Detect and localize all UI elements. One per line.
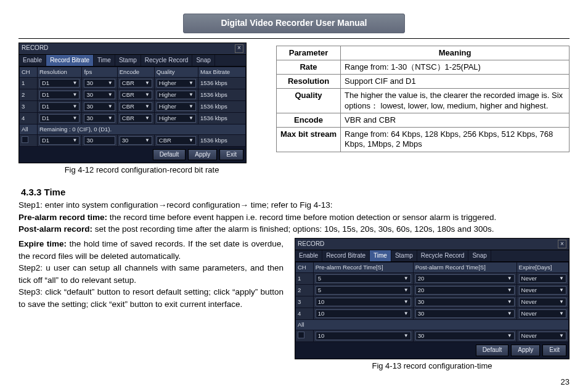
col-encode: Encode (117, 67, 154, 78)
panel-tabs: Enable Record Bitrate Time Stamp Recycle… (295, 250, 569, 263)
tab-stamp[interactable]: Stamp (115, 55, 141, 67)
exit-button[interactable]: Exit (542, 345, 566, 356)
encode-select[interactable]: CBR▼ (120, 114, 152, 123)
header-rule (18, 38, 570, 39)
chevron-down-icon: ▼ (73, 115, 78, 121)
fps-select[interactable]: 30▼ (84, 91, 115, 99)
tab-recycle[interactable]: Recycle Record (417, 250, 469, 262)
tab-record-bitrate[interactable]: Record Bitrate (322, 250, 370, 262)
chevron-down-icon: ▼ (145, 92, 150, 98)
resolution-select[interactable]: D1▼ (39, 114, 80, 123)
all-checkbox[interactable] (298, 332, 304, 338)
expire-select[interactable]: Never▼ (519, 274, 566, 283)
chevron-down-icon: ▼ (507, 287, 512, 293)
encode-select[interactable]: CBR▼ (120, 79, 152, 88)
chevron-down-icon: ▼ (404, 299, 409, 305)
postalarm-select[interactable]: 30▼ (415, 298, 515, 306)
prealarm-select[interactable]: 5▼ (316, 274, 411, 283)
chevron-down-icon: ▼ (559, 287, 564, 293)
fps-select[interactable]: 30▼ (84, 114, 115, 123)
resolution-select[interactable]: D1▼ (39, 79, 80, 88)
chevron-down-icon: ▼ (73, 137, 78, 144)
table-row: 2 5▼ 20▼ Never▼ (296, 285, 569, 296)
postalarm-select[interactable]: 30▼ (415, 309, 515, 318)
chevron-down-icon: ▼ (507, 276, 512, 282)
chevron-down-icon: ▼ (559, 299, 564, 305)
parameter-table: Parameter Meaning RateRange from: 1-30（N… (276, 46, 570, 152)
tab-time[interactable]: Time (94, 55, 115, 67)
apply-button[interactable]: Apply (188, 149, 217, 161)
fps-select[interactable]: 30 (84, 136, 115, 145)
tab-time[interactable]: Time (370, 250, 391, 262)
table-row: 2 D1▼ 30▼ CBR▼ Higher▼ 1536 kbps (20, 89, 246, 100)
encode-select[interactable]: CBR▼ (120, 102, 152, 111)
quality-select[interactable]: Higher▼ (157, 102, 196, 111)
chevron-down-icon: ▼ (108, 92, 113, 98)
fig-4-12-panel: RECORD × Enable Record Bitrate Time Stam… (18, 43, 247, 164)
quality-select[interactable]: Higher▼ (157, 114, 196, 123)
expire-select[interactable]: Never▼ (519, 286, 566, 295)
all-row: D1▼ 30 30▼ CBR▼ 1536 kbps (20, 134, 246, 146)
prealarm-select[interactable]: 5▼ (316, 286, 411, 295)
apply-button[interactable]: Apply (511, 345, 540, 356)
quality-select[interactable]: Higher▼ (157, 79, 196, 88)
close-icon[interactable]: × (558, 240, 566, 248)
encode-select[interactable]: CBR▼ (120, 91, 152, 99)
table-row: 1 5▼ 20▼ Never▼ (296, 273, 569, 285)
chevron-down-icon: ▼ (145, 137, 150, 144)
chevron-down-icon: ▼ (108, 104, 113, 110)
tab-recycle[interactable]: Recycle Record (141, 55, 193, 67)
lower-paragraphs: Expire time: the hold time of saved reco… (18, 238, 284, 371)
tab-snap[interactable]: Snap (192, 55, 214, 67)
default-button[interactable]: Default (153, 149, 186, 161)
encode-select[interactable]: CBR▼ (157, 136, 196, 145)
default-button[interactable]: Default (476, 345, 509, 356)
chevron-down-icon: ▼ (559, 311, 564, 317)
chevron-down-icon: ▼ (507, 311, 512, 317)
prealarm-select[interactable]: 10▼ (316, 332, 411, 340)
all-header-row: All Remaining : 0 (CIF), 0 (D1). (20, 124, 246, 134)
fps-select[interactable]: 30▼ (84, 79, 115, 88)
chevron-down-icon: ▼ (108, 80, 113, 86)
chevron-down-icon: ▼ (559, 333, 564, 339)
col-res: Resolution (37, 67, 82, 78)
resolution-select[interactable]: D1▼ (39, 91, 80, 99)
chevron-down-icon: ▼ (145, 104, 150, 110)
panel-title: RECORD (298, 240, 324, 248)
fps-select[interactable]: 30▼ (84, 102, 115, 111)
prealarm-select[interactable]: 10▼ (316, 309, 411, 318)
param-head-parameter: Parameter (277, 46, 341, 60)
quality-select[interactable]: Higher▼ (157, 91, 196, 99)
all-row: 10▼ 30▼ Never▼ (296, 330, 569, 342)
tab-enable[interactable]: Enable (19, 55, 46, 67)
tab-snap[interactable]: Snap (468, 250, 491, 262)
resolution-select[interactable]: D1▼ (39, 136, 80, 145)
fig-4-13-panel: RECORD × Enable Record Bitrate Time Stam… (295, 238, 570, 359)
chevron-down-icon: ▼ (73, 104, 78, 110)
close-icon[interactable]: × (235, 44, 243, 53)
param-head-meaning: Meaning (341, 46, 570, 60)
fig-4-12-caption: Fig 4-12 record configuration-record bit… (18, 165, 265, 175)
postalarm-select[interactable]: 30▼ (415, 332, 515, 340)
postalarm-select[interactable]: 20▼ (415, 274, 515, 283)
step1-text: Step1: enter into system configuration→r… (18, 199, 570, 211)
expire-select[interactable]: Never▼ (519, 298, 566, 306)
page-number: 23 (561, 377, 570, 387)
chevron-down-icon: ▼ (189, 104, 194, 110)
expire-select[interactable]: Never▼ (519, 332, 566, 340)
fig-4-13-caption: Fig 4-13 record configuration-time (295, 361, 570, 371)
exit-button[interactable]: Exit (219, 149, 243, 161)
tab-stamp[interactable]: Stamp (391, 250, 417, 262)
resolution-select[interactable]: D1▼ (39, 102, 80, 111)
prealarm-select[interactable]: 10▼ (316, 298, 411, 306)
col-fps: fps (82, 67, 117, 78)
all-checkbox[interactable] (22, 136, 28, 143)
prealarm-text: Pre-alarm record time: the record time b… (18, 211, 570, 224)
expire-select[interactable]: Never▼ (519, 309, 566, 318)
tab-enable[interactable]: Enable (295, 250, 322, 262)
col-maxbit: Max Bitrate (198, 67, 246, 78)
postalarm-select[interactable]: 20▼ (415, 286, 515, 295)
manual-banner: Digital Video Recorder User Manual (183, 14, 405, 33)
tab-record-bitrate[interactable]: Record Bitrate (46, 55, 94, 67)
fps2-select[interactable]: 30▼ (120, 136, 152, 145)
